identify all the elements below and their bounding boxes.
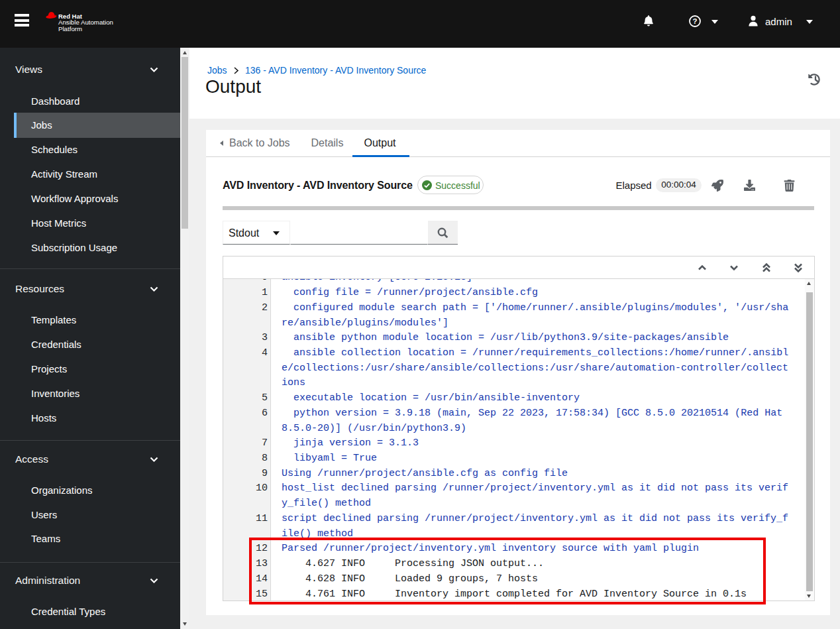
svg-text:?: ? — [692, 17, 697, 25]
